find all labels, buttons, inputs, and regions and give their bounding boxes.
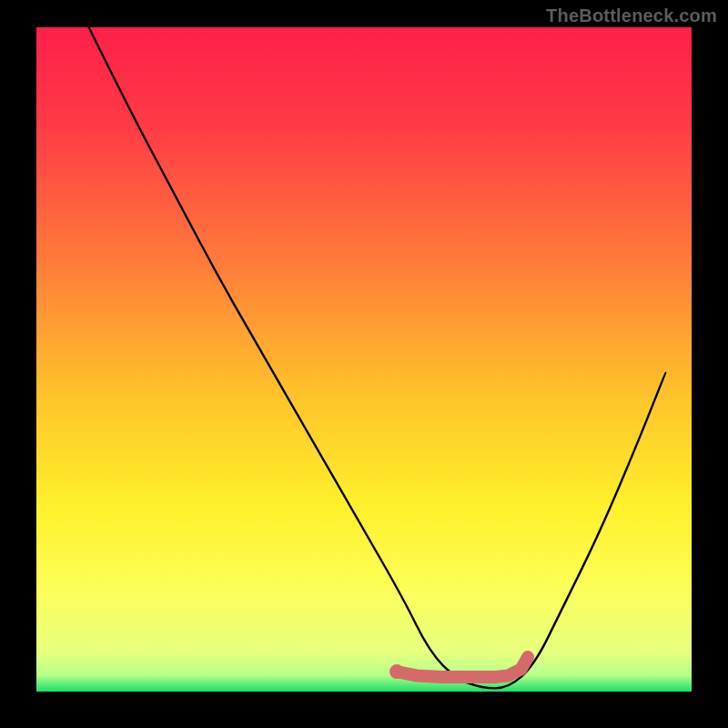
chart-wrapper: TheBottleneck.com	[0, 0, 728, 728]
plot-background	[36, 27, 692, 692]
bottleneck-chart	[0, 0, 728, 728]
optimal-point-marker	[389, 664, 404, 679]
attribution-text: TheBottleneck.com	[546, 5, 717, 26]
